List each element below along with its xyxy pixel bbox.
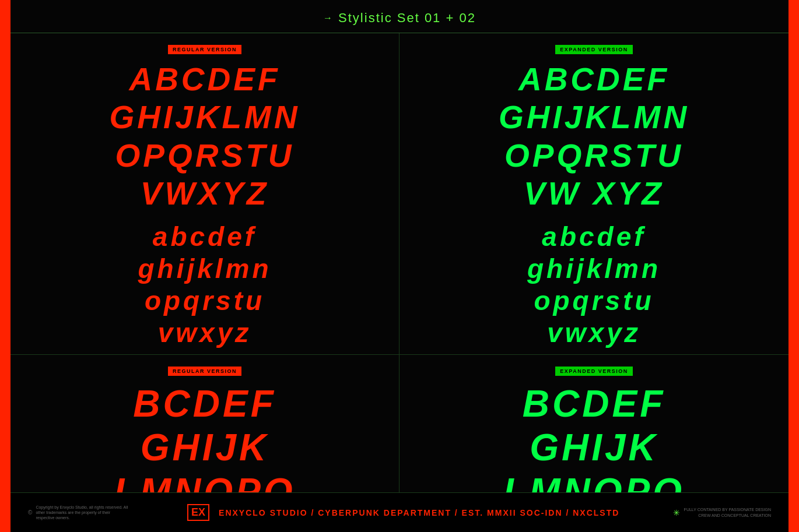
glyph-br-row-2: GHIJK xyxy=(530,427,658,470)
badge-expanded-1: EXPANDED VERSION xyxy=(555,45,632,54)
footer-disclaimer: FULLY CONTAINED BY PASSIONATE DESIGN CRE… xyxy=(684,507,771,517)
glyph-display-tr-lower: abcdef ghijklmn opqrstu vwxyz xyxy=(417,221,771,348)
glyph-display-bl: BCDEF GHIJK LMNOPQ RSTUV WXYZ xyxy=(28,383,381,492)
glyph-lower-row-3: opqrstu xyxy=(145,286,265,316)
glyph-br-row-1: BCDEF xyxy=(523,383,665,426)
glyph-row-4: VWXYZ xyxy=(141,175,269,212)
glyph-exp-lower-row-4: vwxyz xyxy=(547,318,641,348)
footer-brand-text: ENXYCLO STUDIO / CYBERPUNK DEPARTMENT / … xyxy=(219,508,619,517)
badge-regular-2: REGULAR VERSION xyxy=(168,367,241,376)
page-title: Stylistic Set 01 + 02 xyxy=(338,10,476,26)
footer: © Copyright by Enxyclo Studio, all right… xyxy=(10,492,789,532)
quadrant-bottom-left: REGULAR VERSION BCDEF GHIJK LMNOPQ RSTUV… xyxy=(10,355,400,492)
quadrant-bottom-right: EXPANDED VERSION BCDEF GHIJK LMNOPQ RSTU… xyxy=(400,355,789,492)
glyph-bl-row-2: GHIJK xyxy=(141,427,269,470)
glyph-bl-row-3: LMNOPQ xyxy=(114,471,296,492)
glyph-br-row-3: LMNOPQ xyxy=(503,471,685,492)
glyph-exp-lower-row-1: abcdef xyxy=(542,221,646,252)
footer-right: ✳ FULLY CONTAINED BY PASSIONATE DESIGN C… xyxy=(673,507,771,517)
glyph-row-3: OPQRSTU xyxy=(115,138,295,174)
glyph-row-2: GHIJKLMN xyxy=(109,99,300,136)
header: → Stylistic Set 01 + 02 xyxy=(10,0,789,33)
glyph-display-tl-lower: abcdef ghijklmn opqrstu vwxyz xyxy=(28,221,381,348)
glyph-exp-lower-row-3: opqrstu xyxy=(534,286,654,316)
glyph-exp-row-2: GHIJKLMN xyxy=(499,99,689,136)
badge-regular-1: REGULAR VERSION xyxy=(168,45,241,54)
glyph-exp-row-1: ABCDEF xyxy=(518,61,670,98)
badge-expanded-2: EXPANDED VERSION xyxy=(555,367,632,376)
glyph-display-tl: ABCDEF GHIJKLMN OPQRSTU VWXYZ xyxy=(28,61,381,212)
footer-center-group: EX ENXYCLO STUDIO / CYBERPUNK DEPARTMENT… xyxy=(183,504,619,521)
arrow-icon: → xyxy=(323,13,332,23)
glyph-lower-row-2: ghijklmn xyxy=(138,253,271,284)
glyph-exp-row-4: VW XYZ xyxy=(524,175,664,212)
main-container: → Stylistic Set 01 + 02 REGULAR VERSION … xyxy=(10,0,789,532)
glyph-bl-row-1: BCDEF xyxy=(133,383,276,426)
glyph-lower-row-4: vwxyz xyxy=(158,318,252,348)
glyph-exp-row-3: OPQRSTU xyxy=(504,138,684,174)
star-icon: ✳ xyxy=(673,508,680,517)
glyph-exp-lower-row-2: ghijklmn xyxy=(527,253,661,284)
footer-logo: EX xyxy=(187,504,209,521)
quadrant-top-left: REGULAR VERSION ABCDEF GHIJKLMN OPQRSTU … xyxy=(10,33,400,355)
glyph-display-br: BCDEF GHIJK LMNOPQ RSTUV WXYZ xyxy=(417,383,771,492)
header-line: → Stylistic Set 01 + 02 xyxy=(28,10,771,26)
footer-copyright-text: Copyright by Enxyclo Studio, all rights … xyxy=(36,505,129,520)
copyright-icon: © xyxy=(28,509,32,516)
content-area: REGULAR VERSION ABCDEF GHIJKLMN OPQRSTU … xyxy=(10,33,789,492)
glyph-row-1: ABCDEF xyxy=(129,61,280,98)
quadrant-top-right: EXPANDED VERSION ABCDEF GHIJKLMN OPQRSTU… xyxy=(400,33,789,355)
glyph-lower-row-1: abcdef xyxy=(153,221,257,252)
glyph-display-tr: ABCDEF GHIJKLMN OPQRSTU VW XYZ xyxy=(417,61,771,212)
footer-left: © Copyright by Enxyclo Studio, all right… xyxy=(28,505,129,520)
